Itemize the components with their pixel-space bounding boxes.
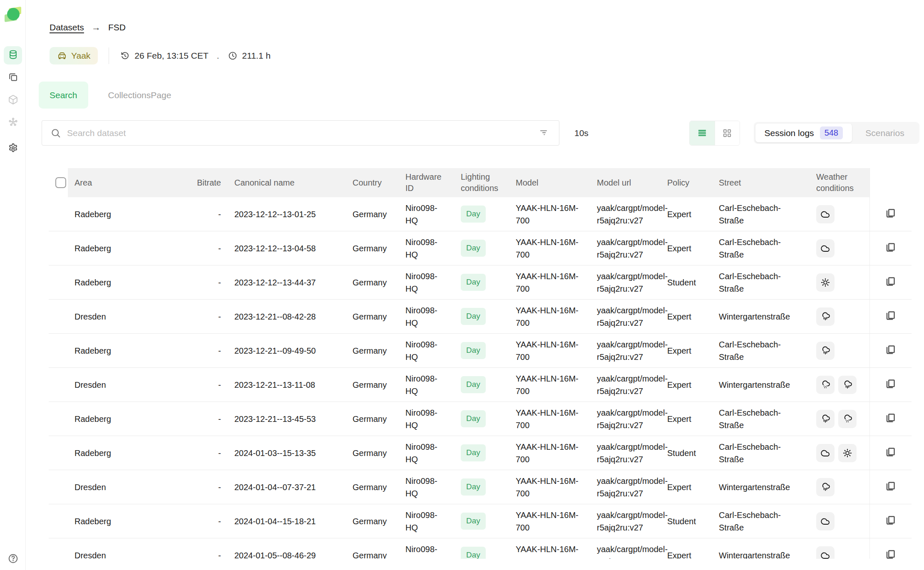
clock-icon: [228, 51, 238, 61]
hardware-id-cell: Niro098-HQ: [399, 231, 454, 265]
hardware-id-cell: Niro098-HQ: [399, 436, 454, 470]
copy-row-button[interactable]: [883, 444, 898, 460]
tab-search[interactable]: Search: [39, 82, 88, 109]
sidebar-item-settings[interactable]: [4, 139, 22, 158]
weather-cell: [810, 538, 869, 559]
table-row[interactable]: Radeberg - 2024-01-03--15-13-35 Germany …: [49, 436, 912, 470]
session-logs-label: Session logs: [765, 128, 814, 138]
column-header-lighting-conditions: Lighting conditions: [454, 168, 509, 197]
area-cell: Radeberg: [68, 197, 166, 231]
copy-icon: [884, 378, 897, 390]
column-header-country: Country: [346, 168, 399, 197]
sidebar-item-collections[interactable]: [4, 69, 22, 87]
scenarios-segment[interactable]: Scenarios: [852, 124, 918, 142]
vehicle-badge: Yaak: [50, 47, 98, 64]
cloud-rain-icon: [816, 342, 835, 360]
row-select-cell: [49, 265, 68, 300]
history-clock-icon: [120, 51, 130, 61]
actions-cell: [869, 538, 912, 559]
model-cell: YAAK-HLN-16M-700: [509, 470, 590, 504]
copy-icon: [884, 446, 897, 458]
table-row[interactable]: Radeberg - 2023-12-21--13-45-53 Germany …: [49, 402, 912, 436]
sidebar-item-datasets[interactable]: [4, 46, 22, 64]
weather-cell: [810, 265, 869, 300]
copy-row-button[interactable]: [883, 342, 898, 357]
copy-icon: [884, 275, 897, 287]
table-row[interactable]: Radeberg - 2023-12-12--13-44-37 Germany …: [49, 265, 912, 300]
row-select-cell: [49, 470, 68, 504]
result-type-switch: Session logs 548 Scenarios: [754, 122, 919, 144]
table-row[interactable]: Dresden - 2023-12-21--08-42-28 Germany N…: [49, 300, 912, 334]
view-toggle: [689, 121, 740, 146]
table-row[interactable]: Radeberg - 2024-01-04--15-18-21 Germany …: [49, 504, 912, 538]
lighting-badge: Day: [461, 206, 486, 223]
lighting-badge: Day: [461, 308, 486, 325]
actions-cell: [869, 334, 912, 368]
weather-cell: [810, 436, 869, 470]
copy-row-button[interactable]: [883, 308, 898, 323]
list-view-button[interactable]: [690, 121, 715, 145]
copy-row-button[interactable]: [883, 478, 898, 494]
tab-collections-page[interactable]: CollectionsPage: [97, 82, 182, 109]
lighting-cell: Day: [454, 436, 509, 470]
copy-row-button[interactable]: [883, 513, 898, 528]
model-cell: YAAK-HLN-16M-700: [509, 197, 590, 231]
area-cell: Dresden: [68, 368, 166, 402]
dataset-meta-row: Yaak 26 Feb, 13:15 CET . 211.1 h: [50, 47, 912, 64]
lighting-badge: Day: [461, 513, 486, 530]
duration-value: 211.1 h: [242, 51, 271, 61]
canonical-name-cell: 2023-12-21--08-42-28: [228, 300, 346, 334]
copy-row-button[interactable]: [883, 376, 898, 392]
column-header-street: Street: [712, 168, 810, 197]
street-cell: Carl-Eschebach-Straße: [712, 265, 810, 300]
table-row[interactable]: Radeberg - 2023-12-21--09-49-50 Germany …: [49, 334, 912, 368]
vehicle-label: Yaak: [71, 51, 90, 61]
grid-view-button[interactable]: [715, 121, 740, 145]
policy-cell: Expert: [661, 368, 712, 402]
country-cell: Germany: [346, 402, 399, 436]
weather-cell: [810, 334, 869, 368]
table-row[interactable]: Dresden - 2023-12-21--13-11-08 Germany N…: [49, 368, 912, 402]
app-logo-icon[interactable]: [4, 7, 22, 22]
policy-cell: Expert: [661, 402, 712, 436]
street-cell: Carl-Eschebach-Straße: [712, 436, 810, 470]
table-row[interactable]: Radeberg - 2023-12-12--13-01-25 Germany …: [49, 197, 912, 231]
cloud-icon: [816, 546, 835, 559]
policy-cell: Student: [661, 436, 712, 470]
session-logs-segment[interactable]: Session logs 548: [755, 124, 852, 142]
table-body: Radeberg - 2023-12-12--13-01-25 Germany …: [49, 197, 912, 559]
copy-icon: [884, 207, 897, 219]
model-url-cell: yaak/cargpt/model-r5ajq2ru:v27: [590, 231, 661, 265]
copy-row-button[interactable]: [883, 274, 898, 289]
sidebar: [0, 0, 26, 570]
model-cell: YAAK-HLN-16M-700: [509, 538, 590, 559]
copy-icon: [884, 310, 897, 322]
search-input[interactable]: [67, 128, 532, 138]
breadcrumb-datasets-link[interactable]: Datasets: [50, 22, 84, 32]
sidebar-item-graph[interactable]: [4, 114, 22, 132]
row-select-cell: [49, 231, 68, 265]
model-cell: YAAK-HLN-16M-700: [509, 402, 590, 436]
bitrate-cell: -: [166, 470, 228, 504]
policy-cell: Expert: [661, 300, 712, 334]
row-select-cell: [49, 504, 68, 538]
copy-row-button[interactable]: [883, 410, 898, 426]
street-cell: Wintergartenstraße: [712, 538, 810, 559]
breadcrumb-arrow-icon: →: [92, 22, 101, 33]
copy-row-button[interactable]: [883, 206, 898, 221]
sidebar-item-packages[interactable]: [4, 91, 22, 109]
select-all-checkbox[interactable]: [55, 177, 66, 188]
table-row[interactable]: Dresden - 2024-01-04--07-37-21 Germany N…: [49, 470, 912, 504]
session-logs-count-badge: 548: [820, 126, 843, 139]
country-cell: Germany: [346, 436, 399, 470]
help-icon[interactable]: [7, 553, 19, 564]
main-content: Datasets → FSD Yaak 26 Feb, 13:15 CET .: [26, 0, 924, 559]
filter-icon[interactable]: [538, 127, 551, 139]
copy-row-button[interactable]: [883, 547, 898, 559]
table-row[interactable]: Dresden - 2024-01-05--08-46-29 Germany N…: [49, 538, 912, 559]
column-header-model-url: Model url: [590, 168, 661, 197]
total-duration: 211.1 h: [228, 51, 271, 61]
table-row[interactable]: Radeberg - 2023-12-12--13-04-58 Germany …: [49, 231, 912, 265]
copy-row-button[interactable]: [883, 240, 898, 255]
actions-cell: [869, 402, 912, 436]
